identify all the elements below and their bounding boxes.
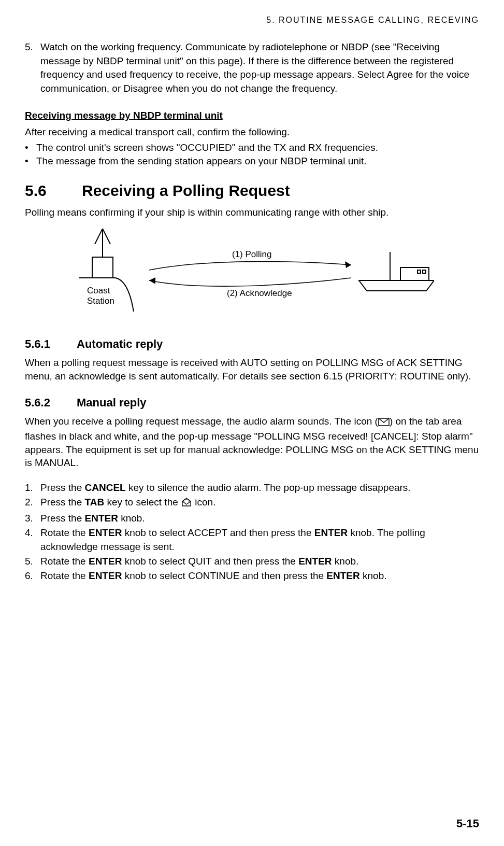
section-heading-5-6-2: 5.6.2Manual reply	[25, 396, 479, 410]
svg-marker-5	[149, 277, 155, 284]
step-content: Rotate the ENTER knob to select ACCEPT a…	[40, 526, 479, 553]
step-item: 4. Rotate the ENTER knob to select ACCEP…	[25, 526, 479, 553]
step-content: Press the ENTER knob.	[40, 512, 479, 525]
section-title: Receiving a Polling Request	[82, 182, 290, 199]
paragraph: After receiving a medical transport call…	[25, 125, 479, 139]
section-title: Manual reply	[77, 396, 146, 409]
step-item: 1. Press the CANCEL key to silence the a…	[25, 481, 479, 495]
svg-line-2	[103, 229, 110, 244]
step-number: 4.	[25, 526, 40, 553]
svg-rect-8	[417, 270, 421, 273]
text-part-a: When you receive a polling request messa…	[25, 416, 378, 427]
diagram-label-ack: (2) Acknowledge	[227, 288, 292, 298]
step-content: Press the TAB key to select the icon.	[40, 496, 479, 511]
diagram-svg: Coast Station (1) Polling (2) Acknowledg…	[71, 229, 434, 322]
bullet-text: The control unit's screen shows "OCCUPIE…	[36, 141, 378, 154]
section-heading-5-6: 5.6Receiving a Polling Request	[25, 182, 479, 200]
bullet-dot: •	[25, 141, 36, 154]
chapter-header: 5. ROUTINE MESSAGE CALLING, RECEVING	[25, 16, 479, 25]
manual-reply-steps: 1. Press the CANCEL key to silence the a…	[25, 481, 479, 583]
svg-line-1	[95, 229, 103, 244]
step-number: 2.	[25, 496, 40, 511]
step-item: 5. Rotate the ENTER knob to select QUIT …	[25, 555, 479, 568]
svg-rect-3	[92, 257, 113, 278]
list-text: Watch on the working frequency. Communic…	[40, 40, 479, 95]
coast-station-label-2: Station	[87, 296, 114, 306]
section-number: 5.6	[25, 182, 82, 200]
section-number: 5.6.2	[25, 396, 77, 410]
bullet-list: • The control unit's screen shows "OCCUP…	[25, 141, 479, 167]
subheading-nbdp: Receiving message by NBDP terminal unit	[25, 110, 479, 121]
coast-station-label: Coast	[87, 286, 110, 295]
list-item-5: 5. Watch on the working frequency. Commu…	[25, 40, 479, 95]
section-number: 5.6.1	[25, 337, 77, 351]
svg-rect-9	[423, 270, 426, 273]
paragraph: When a polling request message is receiv…	[25, 356, 479, 383]
envelope-icon	[378, 416, 390, 430]
step-content: Rotate the ENTER knob to select QUIT and…	[40, 555, 479, 568]
step-content: Press the CANCEL key to silence the audi…	[40, 481, 479, 495]
step-number: 3.	[25, 512, 40, 525]
step-item: 2. Press the TAB key to select the icon.	[25, 496, 479, 511]
paragraph-manual-reply: When you receive a polling request messa…	[25, 415, 479, 470]
bullet-item: • The message from the sending station a…	[25, 154, 479, 168]
step-number: 1.	[25, 481, 40, 495]
step-item: 6. Rotate the ENTER knob to select CONTI…	[25, 569, 479, 583]
diagram-label-polling: (1) Polling	[232, 249, 272, 259]
step-content: Rotate the ENTER knob to select CONTINUE…	[40, 569, 479, 583]
list-number: 5.	[25, 40, 40, 95]
svg-rect-7	[400, 267, 429, 280]
svg-marker-4	[345, 261, 351, 268]
step-item: 3. Press the ENTER knob.	[25, 512, 479, 525]
page-number: 5-15	[456, 817, 479, 830]
paragraph: Polling means confirming if your ship is…	[25, 206, 479, 219]
bullet-dot: •	[25, 154, 36, 168]
section-title: Automatic reply	[77, 337, 163, 350]
bullet-item: • The control unit's screen shows "OCCUP…	[25, 141, 479, 154]
step-number: 5.	[25, 555, 40, 568]
envelope-icon	[181, 497, 192, 511]
section-heading-5-6-1: 5.6.1Automatic reply	[25, 337, 479, 351]
page: 5. ROUTINE MESSAGE CALLING, RECEVING 5. …	[0, 0, 504, 846]
bullet-text: The message from the sending station app…	[36, 154, 367, 168]
step-number: 6.	[25, 569, 40, 583]
polling-diagram: Coast Station (1) Polling (2) Acknowledg…	[71, 229, 479, 324]
